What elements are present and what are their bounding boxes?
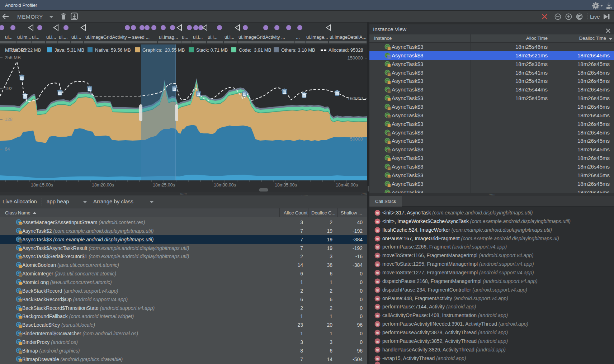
svg-text:m: m xyxy=(376,211,379,215)
svg-text:100000: 100000 xyxy=(348,96,363,101)
svg-text:m: m xyxy=(376,305,379,309)
svg-text:192: 192 xyxy=(5,86,13,91)
svg-text:m: m xyxy=(376,270,379,275)
svg-text:m: m xyxy=(376,296,379,301)
svg-text:m: m xyxy=(376,254,379,258)
svg-text:m: m xyxy=(376,236,379,241)
svg-text:m: m xyxy=(376,228,379,232)
svg-text:m: m xyxy=(376,322,379,326)
svg-text:m: m xyxy=(376,313,379,318)
svg-text:m: m xyxy=(376,288,379,292)
svg-text:18m20.00s: 18m20.00s xyxy=(92,183,114,188)
svg-text:m: m xyxy=(376,339,379,343)
svg-text:m: m xyxy=(376,262,379,266)
svg-text:m: m xyxy=(376,348,379,352)
svg-text:18m30.00s: 18m30.00s xyxy=(214,183,236,188)
svg-text:m: m xyxy=(376,245,379,249)
svg-text:18m40.00s: 18m40.00s xyxy=(336,183,358,188)
svg-text:18m15.00s: 18m15.00s xyxy=(31,183,53,188)
svg-text:64: 64 xyxy=(5,146,10,152)
svg-text:18m35.00s: 18m35.00s xyxy=(275,183,297,188)
svg-text:m: m xyxy=(376,219,379,223)
svg-text:128: 128 xyxy=(5,117,13,122)
svg-text:50000: 50000 xyxy=(350,136,363,142)
svg-text:256 MB: 256 MB xyxy=(5,55,21,60)
svg-text:m: m xyxy=(376,356,379,360)
svg-text:150000: 150000 xyxy=(348,55,363,61)
svg-text:m: m xyxy=(376,279,379,283)
svg-text:18m25.00s: 18m25.00s xyxy=(153,183,175,188)
svg-text:m: m xyxy=(376,330,379,335)
